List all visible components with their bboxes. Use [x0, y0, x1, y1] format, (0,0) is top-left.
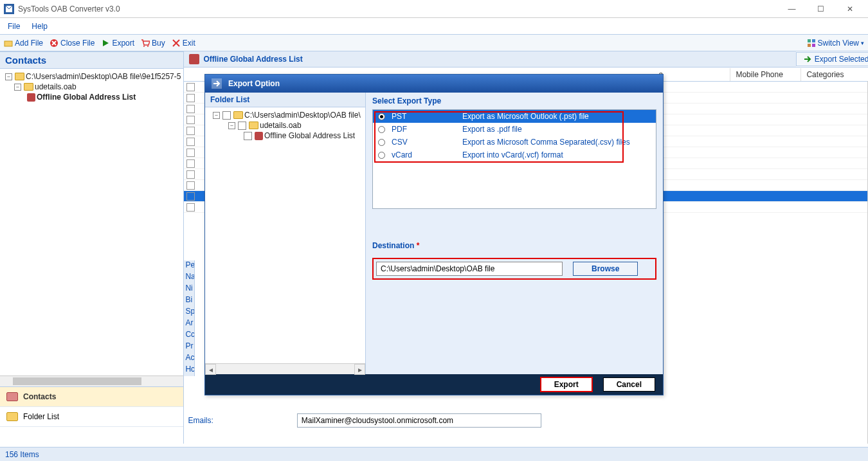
switch-view-button[interactable]: Switch View ▾	[807, 39, 864, 48]
scroll-right-icon[interactable]: ▸	[354, 364, 365, 375]
radio-icon[interactable]	[378, 139, 385, 146]
checkbox[interactable]	[186, 105, 195, 113]
tree-file[interactable]: − udetails.oab	[3, 82, 181, 92]
export-type-csv[interactable]: CSVExport as Microsoft Comma Separated(.…	[373, 136, 656, 149]
menu-help[interactable]: Help	[32, 22, 48, 31]
folder-icon	[249, 122, 258, 129]
checkbox[interactable]	[186, 159, 195, 168]
col-categories[interactable]: Categories	[801, 68, 868, 81]
play-icon	[101, 39, 110, 48]
destination-label: Destination *	[372, 241, 419, 250]
collapse-icon[interactable]: −	[228, 122, 235, 129]
export-selected-button[interactable]: Export Selected	[796, 52, 868, 66]
dlg-tree-list[interactable]: Offline Global Address List	[206, 131, 364, 141]
checkbox[interactable]	[186, 138, 195, 146]
x-icon	[172, 39, 181, 48]
window-title: SysTools OAB Converter v3.0	[18, 5, 777, 14]
collapse-icon[interactable]: −	[14, 84, 21, 91]
browse-button[interactable]: Browse	[573, 262, 638, 276]
detail-label: Bi	[184, 295, 194, 307]
select-export-type-header: Select Export Type	[366, 93, 663, 109]
checkbox[interactable]	[238, 122, 246, 130]
address-book-icon	[189, 54, 199, 64]
title-bar: SysTools OAB Converter v3.0 — ☐ ✕	[0, 0, 868, 18]
detail-label: Ac	[184, 353, 194, 365]
dialog-footer: Export Cancel	[205, 374, 663, 395]
checkbox[interactable]	[222, 111, 231, 120]
details-labels: PeNaNiBiSpArCcPrAcHc	[184, 260, 195, 376]
export-type-vcard[interactable]: vCardExport into vCard(.vcf) format	[373, 149, 656, 161]
detail-label: Pr	[184, 341, 194, 353]
menu-file[interactable]: File	[8, 22, 20, 31]
chevron-down-icon: ▾	[861, 40, 864, 46]
collapse-icon[interactable]: −	[5, 73, 12, 80]
left-nav: Contacts Folder List	[0, 386, 183, 444]
nav-folder-list[interactable]: Folder List	[0, 407, 183, 427]
checkbox[interactable]	[186, 83, 195, 91]
maximize-button[interactable]: ☐	[806, 0, 835, 18]
export-type-list: PSTExport as Microsoft Outlook (.pst) fi…	[372, 109, 656, 209]
radio-icon[interactable]	[378, 152, 385, 159]
checkbox[interactable]	[244, 132, 252, 140]
left-pane: Contacts − C:\Users\admin\Desktop\OAB fi…	[0, 51, 184, 444]
radio-icon[interactable]	[378, 113, 385, 120]
col-mobile-phone[interactable]: Mobile Phone	[730, 68, 801, 81]
add-file-button[interactable]: Add File	[4, 39, 43, 48]
export-type-pst[interactable]: PSTExport as Microsoft Outlook (.pst) fi…	[373, 110, 656, 123]
dlg-tree-file[interactable]: − udetails.oab	[206, 120, 364, 131]
dialog-tree[interactable]: − C:\Users\admin\Desktop\OAB file\ − ude…	[205, 107, 365, 363]
list-header: Offline Global Address List	[184, 51, 795, 67]
detail-label: Pe	[184, 260, 194, 272]
emails-label: Emails:	[188, 416, 213, 425]
svg-rect-7	[808, 44, 811, 47]
collapse-icon[interactable]: −	[213, 112, 220, 119]
checkbox[interactable]	[186, 116, 195, 124]
nav-contacts[interactable]: Contacts	[0, 387, 183, 407]
emails-row: Emails: MailXaminer@cloudsystool.onmicro…	[184, 413, 867, 428]
dialog-title-bar[interactable]: Export Option	[205, 75, 663, 93]
export-type-pdf[interactable]: PDFExport as .pdf file	[373, 123, 656, 136]
destination-input[interactable]	[376, 262, 563, 276]
svg-point-3	[143, 46, 145, 47]
svg-rect-1	[5, 41, 12, 46]
col-e[interactable]: e	[653, 68, 730, 81]
emails-value[interactable]: MailXaminer@cloudsystool.onmicrosoft.com	[297, 413, 541, 428]
dialog-folder-list: Folder List − C:\Users\admin\Desktop\OAB…	[205, 93, 366, 374]
svg-rect-8	[812, 44, 815, 47]
checkbox[interactable]	[186, 203, 195, 212]
dialog-cancel-button[interactable]: Cancel	[603, 377, 655, 392]
address-book-icon	[255, 132, 263, 140]
dialog-export-button[interactable]: Export	[540, 377, 593, 392]
checkbox[interactable]	[186, 127, 195, 135]
close-button[interactable]: ✕	[835, 0, 864, 18]
detail-label: Cc	[184, 330, 194, 341]
tree-root[interactable]: − C:\Users\admin\Desktop\OAB file\9e1f52…	[3, 71, 181, 82]
exit-button[interactable]: Exit	[172, 39, 195, 48]
close-file-button[interactable]: Close File	[50, 39, 95, 48]
checkbox[interactable]	[186, 192, 195, 201]
menu-bar: File Help	[0, 18, 868, 35]
toolbar: Add File Close File Export Buy Exit Swit…	[0, 35, 868, 51]
close-circle-icon	[50, 39, 59, 48]
export-button[interactable]: Export	[101, 39, 134, 48]
tree-list[interactable]: Offline Global Address List	[3, 92, 181, 102]
checkbox[interactable]	[186, 94, 195, 102]
detail-label: Hc	[184, 365, 194, 376]
cart-icon	[141, 39, 150, 48]
export-icon	[212, 78, 222, 89]
minimize-button[interactable]: —	[777, 0, 806, 18]
checkbox[interactable]	[186, 181, 195, 190]
scroll-left-icon[interactable]: ◂	[205, 364, 216, 375]
dlg-tree-root[interactable]: − C:\Users\admin\Desktop\OAB file\	[206, 110, 364, 120]
contacts-tree[interactable]: − C:\Users\admin\Desktop\OAB file\9e1f52…	[0, 69, 183, 375]
horizontal-scrollbar[interactable]	[0, 375, 183, 386]
radio-icon[interactable]	[378, 126, 385, 133]
buy-button[interactable]: Buy	[141, 39, 165, 48]
dialog-horizontal-scrollbar[interactable]: ◂▸	[205, 363, 365, 374]
folder-list-header: Folder List	[205, 93, 365, 107]
folder-open-icon	[4, 39, 13, 48]
checkbox[interactable]	[186, 149, 195, 157]
detail-label: Ni	[184, 284, 194, 295]
folder-icon	[233, 111, 243, 119]
checkbox[interactable]	[186, 170, 195, 179]
